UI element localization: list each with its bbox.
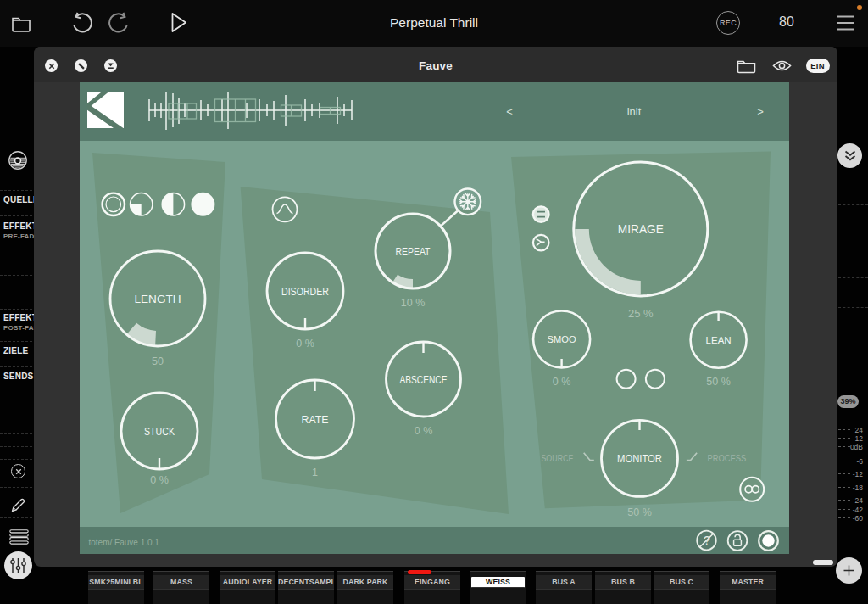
svg-text:1: 1 (312, 467, 318, 478)
svg-text:<: < (506, 105, 513, 118)
svg-text:>: > (757, 105, 764, 118)
svg-text:DISORDER: DISORDER (281, 286, 329, 298)
svg-text:STUCK: STUCK (144, 426, 175, 438)
svg-text:SMOO: SMOO (548, 334, 576, 344)
svg-text:10 %: 10 % (401, 297, 426, 309)
svg-text:50: 50 (152, 355, 164, 367)
svg-text:SOURCE: SOURCE (541, 454, 573, 463)
svg-text:0 %: 0 % (553, 376, 571, 388)
svg-text:25 %: 25 % (628, 307, 654, 320)
svg-text:ABSCENCE: ABSCENCE (400, 374, 448, 386)
svg-text:LEAN: LEAN (706, 335, 732, 345)
svg-text:RATE: RATE (302, 414, 329, 426)
svg-text:REPEAT: REPEAT (396, 246, 431, 258)
svg-text:0 %: 0 % (296, 338, 314, 350)
svg-text:0 %: 0 % (415, 425, 433, 437)
svg-text:50 %: 50 % (627, 506, 652, 518)
svg-text:init: init (627, 105, 642, 118)
svg-text:LENGTH: LENGTH (135, 293, 181, 305)
svg-text:MIRAGE: MIRAGE (618, 222, 664, 236)
svg-text:50 %: 50 % (706, 376, 731, 388)
svg-text:MONITOR: MONITOR (617, 453, 662, 465)
svg-text:totem/ Fauve 1.0.1: totem/ Fauve 1.0.1 (89, 538, 160, 547)
svg-text:0 %: 0 % (150, 474, 169, 486)
svg-text:PROCESS: PROCESS (707, 454, 746, 463)
